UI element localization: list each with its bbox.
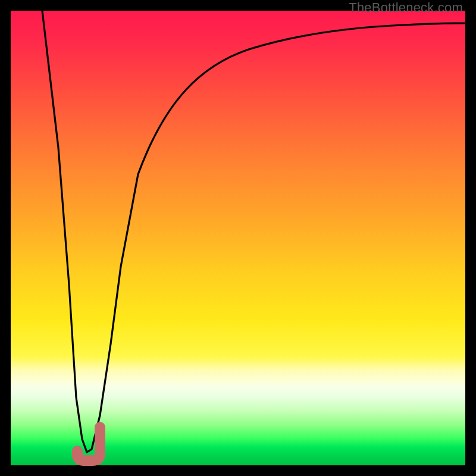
watermark-text: TheBottleneck.com xyxy=(349,0,463,15)
curve-layer xyxy=(11,11,465,465)
chart-frame: TheBottleneck.com xyxy=(0,0,476,476)
bottleneck-curve xyxy=(42,11,465,452)
